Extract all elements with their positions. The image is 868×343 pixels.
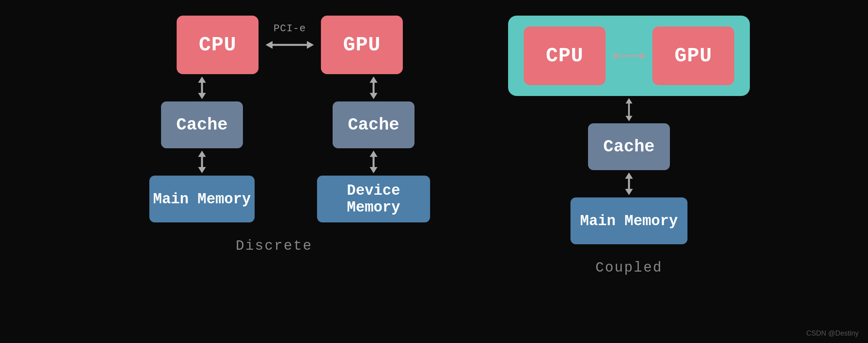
discrete-device-memory-label: Device Memory <box>317 182 430 216</box>
discrete-columns: CPU PCI-e <box>118 16 430 222</box>
discrete-cache1-box: Cache <box>161 101 243 148</box>
discrete-device-memory-box: Device Memory <box>317 176 430 222</box>
discrete-cache2-memory-arrow <box>366 148 381 176</box>
discrete-main-memory-label: Main Memory <box>153 191 251 208</box>
discrete-main-memory-box: Main Memory <box>149 176 255 222</box>
discrete-diagram: CPU PCI-e <box>118 16 430 254</box>
svg-marker-15 <box>612 52 618 59</box>
discrete-gpu-label: GPU <box>343 34 381 57</box>
coupled-teal-cache-arrow <box>621 96 637 123</box>
svg-marker-22 <box>625 189 633 195</box>
discrete-label: Discrete <box>236 238 313 254</box>
coupled-cpu-label: CPU <box>546 44 584 68</box>
pci-arrow-svg <box>259 37 321 53</box>
svg-marker-6 <box>198 151 206 157</box>
svg-marker-18 <box>625 116 632 121</box>
svg-marker-12 <box>370 151 377 157</box>
discrete-cpu-cache-arrow <box>194 74 210 101</box>
svg-marker-4 <box>198 93 206 99</box>
discrete-cpu-box: CPU <box>177 16 259 74</box>
svg-marker-0 <box>266 41 273 49</box>
discrete-gpu-cache-arrow <box>366 74 381 101</box>
pci-label: PCI-e <box>273 23 306 34</box>
svg-marker-20 <box>625 98 632 103</box>
discrete-cache2-box: Cache <box>333 101 415 148</box>
coupled-cache-box: Cache <box>588 123 670 170</box>
svg-marker-16 <box>640 52 646 59</box>
svg-marker-3 <box>198 76 206 83</box>
coupled-main-memory-box: Main Memory <box>570 197 687 244</box>
coupled-diagram: CPU GPU <box>508 16 750 276</box>
svg-marker-13 <box>370 167 377 173</box>
coupled-cache-memory-arrow <box>621 170 637 197</box>
coupled-label: Coupled <box>595 260 663 276</box>
discrete-cache1-memory-arrow <box>194 148 210 176</box>
svg-marker-9 <box>370 76 377 83</box>
coupled-cache-label: Cache <box>603 137 655 156</box>
discrete-cache1-label: Cache <box>176 115 228 135</box>
discrete-gpu-column: Cache <box>317 74 430 222</box>
coupled-gpu-label: GPU <box>675 44 712 68</box>
svg-marker-7 <box>198 167 206 173</box>
coupled-gpu-box: GPU <box>652 27 734 85</box>
discrete-cache2-label: Cache <box>348 115 399 135</box>
svg-marker-1 <box>307 41 314 49</box>
discrete-cpu-column: Cache <box>149 74 255 222</box>
discrete-gpu-box: GPU <box>321 16 403 74</box>
coupled-main-memory-label: Main Memory <box>580 213 678 229</box>
svg-marker-21 <box>625 172 633 179</box>
coupled-cpu-box: CPU <box>524 27 606 85</box>
coupled-cpu-gpu-arrow <box>606 48 652 64</box>
discrete-cpu-label: CPU <box>199 34 237 57</box>
svg-marker-10 <box>370 93 377 99</box>
coupled-teal-enclosure: CPU GPU <box>508 16 750 96</box>
watermark: CSDN @Destiny <box>806 329 859 338</box>
